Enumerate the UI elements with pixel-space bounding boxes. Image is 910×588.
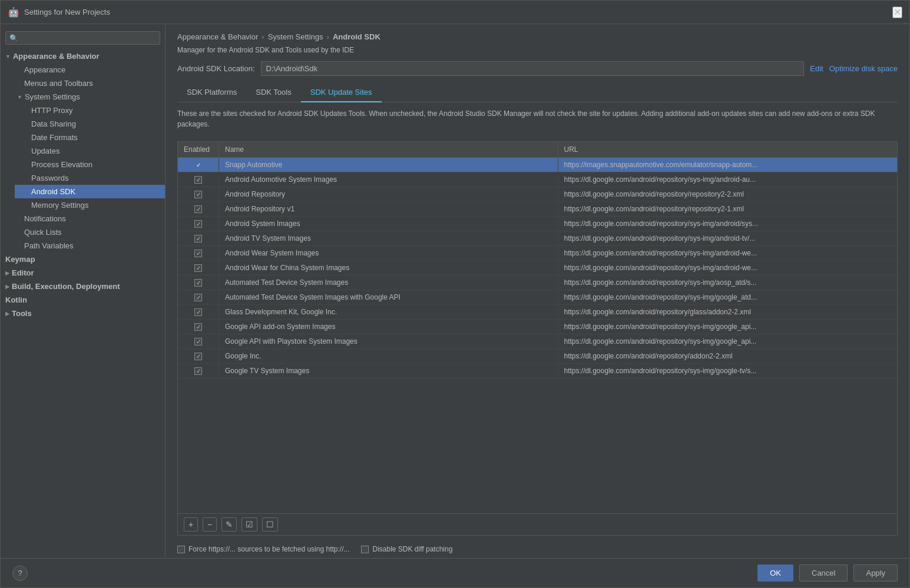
sidebar-item-system-settings[interactable]: ▼ System Settings bbox=[8, 90, 165, 104]
sidebar-item-appearance-behavior[interactable]: ▼ Appearance & Behavior bbox=[1, 49, 165, 63]
row-checkbox[interactable]: ✓ bbox=[194, 353, 202, 360]
table-row[interactable]: ✓Google API with Playstore System Images… bbox=[178, 334, 897, 349]
enabled-cell[interactable]: ✓ bbox=[178, 320, 219, 334]
search-box[interactable]: 🔍 bbox=[5, 31, 160, 45]
expand-icon: ▼ bbox=[5, 54, 11, 59]
sidebar-item-tools[interactable]: ▶ Tools bbox=[1, 307, 165, 320]
enabled-cell[interactable]: ✓ bbox=[178, 187, 219, 201]
enabled-cell[interactable]: ✓ bbox=[178, 158, 219, 172]
sidebar-item-build-execution[interactable]: ▶ Build, Execution, Deployment bbox=[1, 280, 165, 293]
sidebar-item-data-sharing[interactable]: Data Sharing bbox=[15, 117, 165, 131]
table-row[interactable]: ✓Android TV System Imageshttps://dl.goog… bbox=[178, 231, 897, 246]
enabled-cell[interactable]: ✓ bbox=[178, 334, 219, 348]
table-row[interactable]: ✓Android Automotive System Imageshttps:/… bbox=[178, 172, 897, 187]
row-checkbox[interactable]: ✓ bbox=[194, 279, 202, 287]
table-toolbar: + − ✎ ☑ ☐ bbox=[178, 513, 897, 535]
help-button[interactable]: ? bbox=[12, 566, 28, 581]
enabled-cell[interactable]: ✓ bbox=[178, 349, 219, 363]
sidebar-item-quick-lists[interactable]: Quick Lists bbox=[8, 225, 165, 239]
sidebar-item-editor[interactable]: ▶ Editor bbox=[1, 266, 165, 280]
disable-diff-checkbox[interactable] bbox=[361, 546, 369, 553]
expand-icon: ▶ bbox=[5, 284, 9, 290]
sidebar-item-process-elevation[interactable]: Process Elevation bbox=[15, 158, 165, 171]
row-checkbox[interactable]: ✓ bbox=[194, 308, 202, 316]
row-checkbox[interactable]: ✓ bbox=[194, 264, 202, 272]
sidebar-item-memory-settings[interactable]: Memory Settings bbox=[15, 198, 165, 212]
enabled-cell[interactable]: ✓ bbox=[178, 275, 219, 290]
sidebar-item-date-formats[interactable]: Date Formats bbox=[15, 131, 165, 144]
enabled-cell[interactable]: ✓ bbox=[178, 202, 219, 216]
url-cell: https://dl.google.com/android/repository… bbox=[558, 305, 898, 319]
table-row[interactable]: ✓Android Repository v1https://dl.google.… bbox=[178, 202, 897, 217]
url-cell: https://dl.google.com/android/repository… bbox=[558, 349, 898, 363]
table-row[interactable]: ✓Google Inc.https://dl.google.com/androi… bbox=[178, 349, 897, 364]
row-checkbox[interactable]: ✓ bbox=[194, 220, 202, 228]
ok-button[interactable]: OK bbox=[757, 564, 793, 582]
disable-diff-label[interactable]: Disable SDK diff patching bbox=[361, 545, 452, 553]
enabled-cell[interactable]: ✓ bbox=[178, 364, 219, 378]
sidebar-item-http-proxy[interactable]: HTTP Proxy bbox=[15, 104, 165, 117]
row-checkbox[interactable]: ✓ bbox=[194, 176, 202, 184]
table-row[interactable]: ✓Google API add-on System Imageshttps://… bbox=[178, 320, 897, 334]
url-cell: https://dl.google.com/android/repository… bbox=[558, 217, 898, 231]
sidebar-item-menus-toolbars[interactable]: Menus and Toolbars bbox=[8, 77, 165, 90]
sidebar-item-notifications[interactable]: Notifications bbox=[8, 212, 165, 225]
sidebar-item-updates[interactable]: Updates bbox=[15, 144, 165, 158]
uncheck-all-button[interactable]: ☐ bbox=[262, 517, 278, 531]
tab-sdk-update-sites[interactable]: SDK Update Sites bbox=[301, 83, 382, 102]
enabled-cell[interactable]: ✓ bbox=[178, 246, 219, 260]
sidebar-item-passwords[interactable]: Passwords bbox=[15, 171, 165, 185]
enabled-cell[interactable]: ✓ bbox=[178, 172, 219, 187]
enabled-cell[interactable]: ✓ bbox=[178, 217, 219, 231]
search-input[interactable] bbox=[22, 34, 156, 42]
enabled-cell[interactable]: ✓ bbox=[178, 305, 219, 319]
table-row[interactable]: ✓Android Repositoryhttps://dl.google.com… bbox=[178, 187, 897, 202]
sidebar-item-kotlin[interactable]: Kotlin bbox=[1, 293, 165, 307]
close-button[interactable]: ✕ bbox=[892, 6, 902, 18]
row-checkbox[interactable]: ✓ bbox=[194, 294, 202, 301]
url-cell: https://dl.google.com/android/repository… bbox=[558, 261, 898, 275]
enabled-cell[interactable]: ✓ bbox=[178, 261, 219, 275]
row-checkbox[interactable]: ✓ bbox=[194, 235, 202, 242]
edit-row-button[interactable]: ✎ bbox=[221, 517, 237, 531]
row-checkbox[interactable]: ✓ bbox=[194, 205, 202, 213]
force-https-checkbox[interactable] bbox=[177, 546, 185, 553]
row-checkbox[interactable]: ✓ bbox=[194, 191, 202, 198]
sidebar-item-appearance[interactable]: Appearance bbox=[8, 63, 165, 77]
name-cell: Automated Test Device System Images bbox=[219, 275, 558, 290]
table-row[interactable]: ✓Android System Imageshttps://dl.google.… bbox=[178, 217, 897, 231]
table-row[interactable]: ✓Automated Test Device System Images wit… bbox=[178, 290, 897, 305]
add-button[interactable]: + bbox=[184, 517, 198, 531]
table-row[interactable]: ✓Glass Development Kit, Google Inc.https… bbox=[178, 305, 897, 320]
check-all-button[interactable]: ☑ bbox=[241, 517, 257, 531]
table-row[interactable]: ✓Google TV System Imageshttps://dl.googl… bbox=[178, 364, 897, 378]
sdk-location-input[interactable] bbox=[261, 61, 805, 76]
enabled-cell[interactable]: ✓ bbox=[178, 231, 219, 245]
name-cell: Android Wear System Images bbox=[219, 246, 558, 260]
sidebar-item-android-sdk[interactable]: Android SDK bbox=[15, 185, 165, 198]
col-enabled: Enabled bbox=[178, 142, 219, 157]
apply-button[interactable]: Apply bbox=[853, 564, 898, 582]
row-checkbox[interactable]: ✓ bbox=[194, 367, 202, 375]
table-row[interactable]: ✓Android Wear System Imageshttps://dl.go… bbox=[178, 246, 897, 261]
sidebar-item-path-variables[interactable]: Path Variables bbox=[8, 239, 165, 253]
row-checkbox[interactable]: ✓ bbox=[194, 161, 202, 169]
optimize-disk-button[interactable]: Optimize disk space bbox=[829, 64, 898, 73]
table-row[interactable]: ✓Automated Test Device System Imageshttp… bbox=[178, 275, 897, 290]
cancel-button[interactable]: Cancel bbox=[799, 564, 848, 582]
table-row[interactable]: ✓Snapp Automotivehttps://images.snappaut… bbox=[178, 158, 897, 172]
edit-button[interactable]: Edit bbox=[810, 64, 823, 73]
force-https-text: Force https://... sources to be fetched … bbox=[188, 545, 349, 553]
table-row[interactable]: ✓Android Wear for China System Imageshtt… bbox=[178, 261, 897, 275]
row-checkbox[interactable]: ✓ bbox=[194, 323, 202, 331]
enabled-cell[interactable]: ✓ bbox=[178, 290, 219, 304]
row-checkbox[interactable]: ✓ bbox=[194, 250, 202, 257]
tab-sdk-platforms[interactable]: SDK Platforms bbox=[177, 83, 246, 102]
tab-sdk-tools[interactable]: SDK Tools bbox=[246, 83, 300, 102]
sidebar-item-keymap[interactable]: Keymap bbox=[1, 253, 165, 266]
title-bar: 🤖 Settings for New Projects ✕ bbox=[1, 1, 909, 24]
force-https-label[interactable]: Force https://... sources to be fetched … bbox=[177, 545, 349, 553]
remove-button[interactable]: − bbox=[203, 517, 217, 531]
sidebar-section-label: Appearance & Behavior bbox=[13, 52, 100, 61]
row-checkbox[interactable]: ✓ bbox=[194, 338, 202, 346]
